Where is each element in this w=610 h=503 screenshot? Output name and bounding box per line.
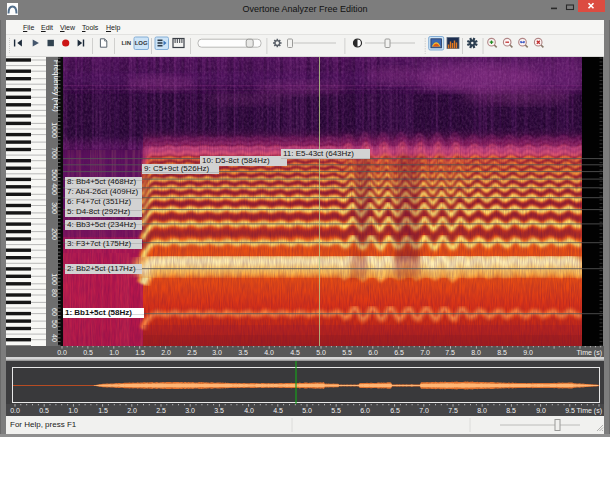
svg-text:4.5: 4.5 bbox=[290, 349, 300, 356]
svg-text:1.5: 1.5 bbox=[98, 407, 108, 414]
svg-text:4.0: 4.0 bbox=[264, 349, 274, 356]
svg-text:1.5: 1.5 bbox=[135, 349, 145, 356]
svg-text:2.5: 2.5 bbox=[187, 349, 197, 356]
svg-text:8.5: 8.5 bbox=[497, 349, 507, 356]
svg-text:100: 100 bbox=[51, 273, 58, 285]
svg-text:8.0: 8.0 bbox=[477, 407, 487, 414]
svg-text:7.0: 7.0 bbox=[420, 349, 430, 356]
svg-text:0.0: 0.0 bbox=[10, 407, 20, 414]
svg-text:7.5: 7.5 bbox=[448, 407, 458, 414]
svg-text:2.5: 2.5 bbox=[156, 407, 166, 414]
svg-text:400: 400 bbox=[51, 183, 58, 195]
svg-text:200: 200 bbox=[51, 228, 58, 240]
svg-text:1000: 1000 bbox=[51, 122, 58, 138]
svg-text:3.5: 3.5 bbox=[214, 407, 224, 414]
svg-text:LIN: LIN bbox=[121, 40, 131, 46]
svg-text:7.5: 7.5 bbox=[445, 349, 455, 356]
svg-text:3.0: 3.0 bbox=[212, 349, 222, 356]
svg-text:700: 700 bbox=[51, 147, 58, 159]
svg-text:8.0: 8.0 bbox=[471, 349, 481, 356]
svg-text:Time (s): Time (s) bbox=[577, 349, 602, 357]
svg-text:5.0: 5.0 bbox=[316, 349, 326, 356]
svg-text:0.0: 0.0 bbox=[57, 349, 67, 356]
svg-text:1.0: 1.0 bbox=[109, 349, 119, 356]
svg-text:9.5: 9.5 bbox=[565, 407, 575, 414]
svg-text:9.0: 9.0 bbox=[523, 349, 533, 356]
svg-text:50: 50 bbox=[51, 320, 58, 328]
svg-text:3.0: 3.0 bbox=[185, 407, 195, 414]
svg-text:0.5: 0.5 bbox=[39, 407, 49, 414]
svg-text:60: 60 bbox=[51, 308, 58, 316]
svg-text:Time (s): Time (s) bbox=[577, 407, 602, 415]
svg-text:300: 300 bbox=[51, 202, 58, 214]
svg-text:3.5: 3.5 bbox=[238, 349, 248, 356]
svg-text:5.5: 5.5 bbox=[331, 407, 341, 414]
svg-text:7.0: 7.0 bbox=[419, 407, 429, 414]
svg-text:1.0: 1.0 bbox=[68, 407, 78, 414]
svg-text:2.0: 2.0 bbox=[127, 407, 137, 414]
svg-text:500: 500 bbox=[51, 169, 58, 181]
svg-text:5.5: 5.5 bbox=[342, 349, 352, 356]
svg-text:40: 40 bbox=[51, 334, 58, 342]
svg-text:4.0: 4.0 bbox=[244, 407, 254, 414]
svg-text:5.0: 5.0 bbox=[302, 407, 312, 414]
svg-text:4.5: 4.5 bbox=[273, 407, 283, 414]
svg-text:8.5: 8.5 bbox=[506, 407, 516, 414]
svg-text:LOG: LOG bbox=[135, 40, 148, 46]
svg-text:6.0: 6.0 bbox=[360, 407, 370, 414]
svg-text:2.0: 2.0 bbox=[161, 349, 171, 356]
svg-text:0.5: 0.5 bbox=[83, 349, 93, 356]
svg-text:6.5: 6.5 bbox=[394, 349, 404, 356]
svg-text:6.0: 6.0 bbox=[368, 349, 378, 356]
svg-text:80: 80 bbox=[51, 289, 58, 297]
svg-text:9.0: 9.0 bbox=[536, 407, 546, 414]
svg-text:6.5: 6.5 bbox=[390, 407, 400, 414]
